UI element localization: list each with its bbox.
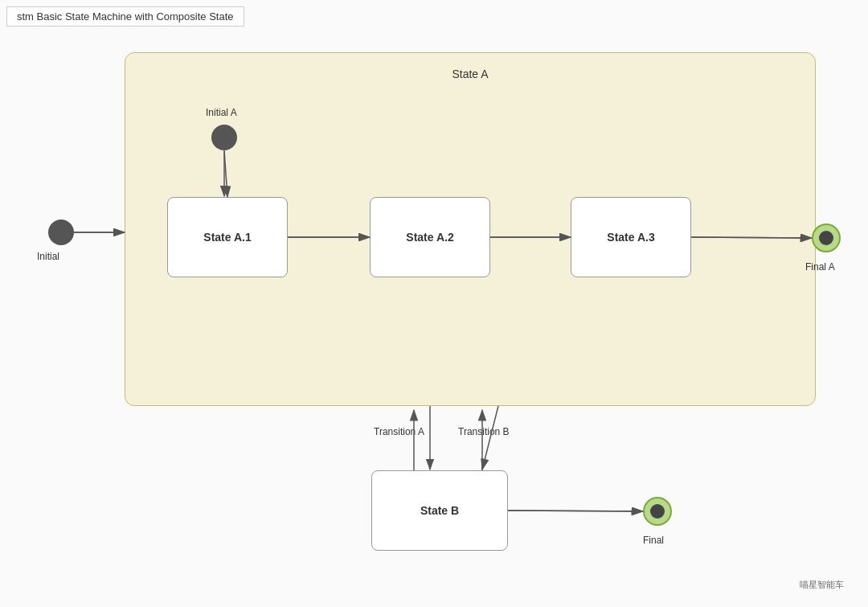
final-a-label: Final A	[805, 261, 835, 273]
final-label: Final	[643, 535, 664, 546]
final-state	[643, 497, 672, 526]
state-a2-box: State A.2	[370, 197, 490, 277]
state-a1-box: State A.1	[167, 197, 288, 277]
state-a1-label: State A.1	[203, 231, 251, 244]
watermark-text: 喵星智能车	[800, 579, 844, 591]
diagram-container: stm Basic State Machine with Composite S…	[0, 0, 868, 607]
final-circle	[643, 497, 672, 526]
state-a-label: State A	[452, 68, 488, 80]
transition-b-label: Transition B	[458, 426, 510, 437]
state-b-label: State B	[420, 504, 459, 517]
final-a-circle	[812, 224, 841, 252]
final-a-state	[812, 224, 841, 252]
initial-a-label: Initial A	[206, 107, 237, 118]
state-a2-label: State A.2	[406, 231, 453, 244]
initial-pseudostate	[48, 219, 74, 245]
arrow-transB-down	[482, 406, 498, 470]
state-a3-label: State A.3	[607, 231, 654, 244]
state-b-box: State B	[371, 470, 508, 551]
watermark: 喵星智能车	[800, 579, 844, 591]
title-bar: stm Basic State Machine with Composite S…	[6, 6, 244, 27]
initial-a-pseudostate	[211, 125, 237, 150]
final-inner	[650, 504, 665, 519]
state-a3-box: State A.3	[571, 197, 691, 277]
transition-a-label: Transition A	[374, 426, 424, 437]
title-text: stm Basic State Machine with Composite S…	[17, 10, 234, 23]
arrow-stateB-final	[508, 511, 642, 511]
final-a-inner	[819, 231, 833, 245]
initial-label: Initial	[37, 251, 59, 262]
arrow-stateB-to-final	[508, 511, 643, 511]
